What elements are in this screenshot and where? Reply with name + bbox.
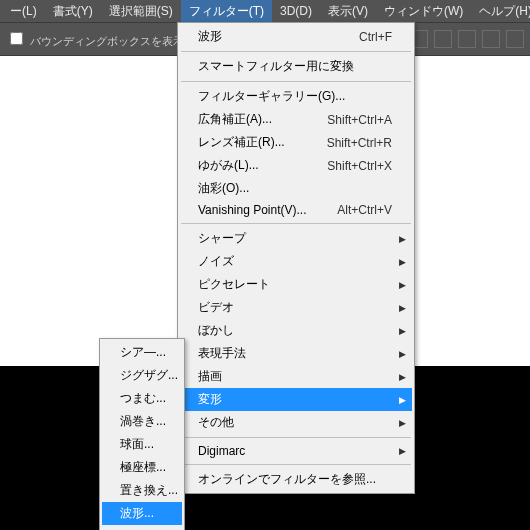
filter-vanishing-point[interactable]: Vanishing Point(V)...Alt+Ctrl+V — [180, 200, 412, 220]
filter-other[interactable]: その他 — [180, 411, 412, 434]
filter-sketch[interactable]: 描画 — [180, 365, 412, 388]
bounding-box-label: バウンディングボックスを表示 — [30, 35, 184, 47]
bounding-box-toggle[interactable]: バウンディングボックスを表示 — [6, 29, 184, 49]
menu-3d[interactable]: 3D(D) — [272, 1, 320, 21]
align-icon[interactable] — [482, 30, 500, 48]
distort-spherize[interactable]: 球面... — [102, 433, 182, 456]
menu-select[interactable]: 選択範囲(S) — [101, 0, 181, 23]
menu-type[interactable]: 書式(Y) — [45, 0, 101, 23]
menu-window[interactable]: ウィンドウ(W) — [376, 0, 471, 23]
menu-separator — [181, 81, 411, 82]
menu-separator — [181, 223, 411, 224]
filter-convert-smart[interactable]: スマートフィルター用に変換 — [180, 55, 412, 78]
distort-twirl[interactable]: 渦巻き... — [102, 410, 182, 433]
filter-render[interactable]: 表現手法 — [180, 342, 412, 365]
menubar: ー(L) 書式(Y) 選択範囲(S) フィルター(T) 3D(D) 表示(V) … — [0, 0, 530, 22]
align-icon[interactable] — [458, 30, 476, 48]
menu-separator — [181, 51, 411, 52]
filter-last[interactable]: 波形 Ctrl+F — [180, 25, 412, 48]
distort-zigzag[interactable]: ジグザグ... — [102, 364, 182, 387]
menu-separator — [181, 437, 411, 438]
filter-lens-correction[interactable]: レンズ補正(R)...Shift+Ctrl+R — [180, 131, 412, 154]
filter-noise[interactable]: ノイズ — [180, 250, 412, 273]
menu-separator — [181, 464, 411, 465]
menu-filter[interactable]: フィルター(T) — [181, 0, 272, 23]
filter-distort[interactable]: 変形 — [180, 388, 412, 411]
filter-blur[interactable]: ぼかし — [180, 319, 412, 342]
filter-liquify[interactable]: ゆがみ(L)...Shift+Ctrl+X — [180, 154, 412, 177]
distort-pinch[interactable]: つまむ... — [102, 387, 182, 410]
distort-wave[interactable]: 波形... — [102, 502, 182, 525]
filter-sharpen[interactable]: シャープ — [180, 227, 412, 250]
align-icon[interactable] — [434, 30, 452, 48]
distort-displace[interactable]: 置き換え... — [102, 479, 182, 502]
menu-layer[interactable]: ー(L) — [2, 0, 45, 23]
menu-help[interactable]: ヘルプ(H) — [471, 0, 530, 23]
toolbar-align-icons — [410, 30, 524, 48]
align-icon[interactable] — [506, 30, 524, 48]
menu-view[interactable]: 表示(V) — [320, 0, 376, 23]
bounding-box-checkbox[interactable] — [10, 32, 23, 45]
distort-shear[interactable]: シア—... — [102, 341, 182, 364]
distort-ripple[interactable]: 波紋... — [102, 525, 182, 530]
filter-wide-angle[interactable]: 広角補正(A)...Shift+Ctrl+A — [180, 108, 412, 131]
filter-menu: 波形 Ctrl+F スマートフィルター用に変換 フィルターギャラリー(G)...… — [177, 22, 415, 494]
filter-digimarc[interactable]: Digimarc — [180, 441, 412, 461]
distort-polar[interactable]: 極座標... — [102, 456, 182, 479]
filter-pixelate[interactable]: ピクセレート — [180, 273, 412, 296]
filter-oil-paint[interactable]: 油彩(O)... — [180, 177, 412, 200]
distort-submenu: シア—... ジグザグ... つまむ... 渦巻き... 球面... 極座標..… — [99, 338, 185, 530]
filter-video[interactable]: ビデオ — [180, 296, 412, 319]
filter-gallery[interactable]: フィルターギャラリー(G)... — [180, 85, 412, 108]
filter-browse-online[interactable]: オンラインでフィルターを参照... — [180, 468, 412, 491]
